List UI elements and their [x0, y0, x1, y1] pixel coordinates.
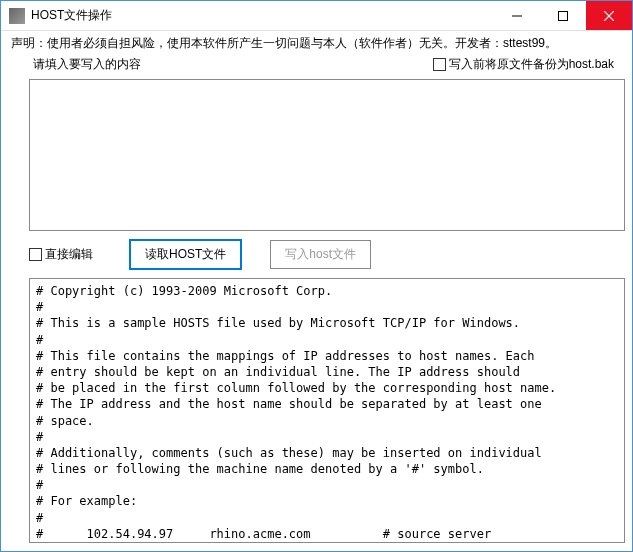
- minimize-button[interactable]: [494, 1, 540, 30]
- input-label: 请填入要写入的内容: [33, 56, 141, 73]
- close-icon: [604, 11, 614, 21]
- button-row: 直接编辑 读取HOST文件 写入host文件: [29, 239, 622, 270]
- svg-rect-1: [559, 11, 568, 20]
- backup-checkbox-label: 写入前将原文件备份为host.bak: [449, 56, 614, 73]
- read-host-button[interactable]: 读取HOST文件: [129, 239, 242, 270]
- backup-checkbox[interactable]: [433, 58, 446, 71]
- maximize-icon: [558, 11, 568, 21]
- hosts-content-display[interactable]: # Copyright (c) 1993-2009 Microsoft Corp…: [29, 278, 625, 543]
- app-icon: [9, 8, 25, 24]
- titlebar: HOST文件操作: [1, 1, 632, 31]
- input-header-row: 请填入要写入的内容 写入前将原文件备份为host.bak: [11, 56, 622, 73]
- disclaimer-text: 声明：使用者必须自担风险，使用本软件所产生一切问题与本人（软件作者）无关。开发者…: [11, 35, 622, 52]
- maximize-button[interactable]: [540, 1, 586, 30]
- direct-edit-checkbox[interactable]: [29, 248, 42, 261]
- direct-edit-wrap[interactable]: 直接编辑: [29, 246, 93, 263]
- content-area: 声明：使用者必须自担风险，使用本软件所产生一切问题与本人（软件作者）无关。开发者…: [1, 31, 632, 551]
- close-button[interactable]: [586, 1, 632, 30]
- hosts-input-textarea[interactable]: [29, 79, 625, 231]
- backup-checkbox-wrap[interactable]: 写入前将原文件备份为host.bak: [433, 56, 614, 73]
- minimize-icon: [512, 11, 522, 21]
- write-host-button[interactable]: 写入host文件: [270, 240, 371, 269]
- window-title: HOST文件操作: [31, 7, 494, 24]
- direct-edit-label: 直接编辑: [45, 246, 93, 263]
- app-window: HOST文件操作 声明：使用者必须自担风险，使用本软件所产生一切问题与本人（软件…: [0, 0, 633, 552]
- window-controls: [494, 1, 632, 30]
